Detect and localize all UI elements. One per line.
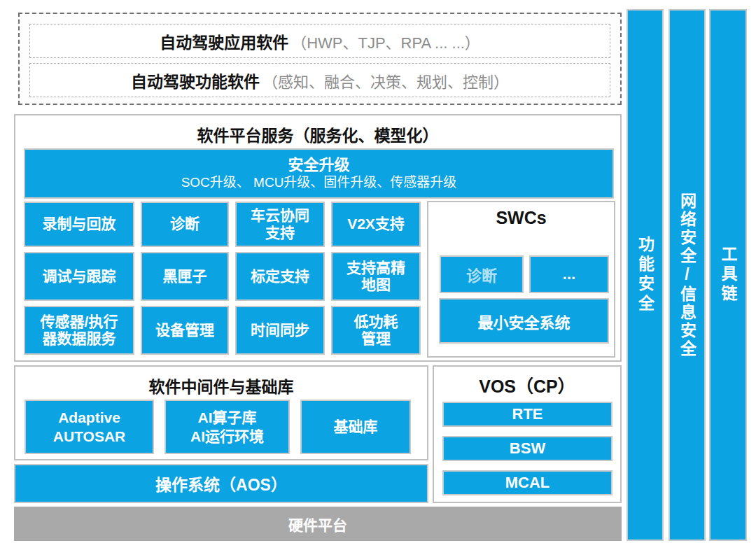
security-upgrade-title: 安全升级 [288, 155, 349, 175]
swcs-title: SWCs [428, 208, 614, 228]
platform-services-title: 软件平台服务（服务化、模型化） [15, 122, 620, 146]
architecture-diagram: 自动驾驶应用软件 （HWP、TJP、RPA ... ...） 自动驾驶功能软件 … [0, 0, 756, 550]
service-calibration: 标定支持 [235, 252, 325, 301]
pillar-network-information-security: 网络安全/信息安全 [668, 9, 706, 541]
service-debug-trace: 调试与跟踪 [24, 252, 134, 301]
platform-services-box: 软件平台服务（服务化、模型化） 安全升级 SOC升级、 MCU升级、固件升级、传… [14, 114, 622, 362]
service-black-box: 黑匣子 [141, 252, 229, 301]
ai-operator-runtime-box: AI算子库 AI运行环境 [164, 400, 290, 454]
function-software-subtitle: （感知、融合、决策、规划、控制） [262, 69, 509, 92]
app-software-title: 自动驾驶应用软件 [160, 29, 288, 53]
vos-mcal-layer: MCAL [442, 470, 612, 495]
service-diagnosis: 诊断 [141, 202, 229, 247]
security-upgrade-subtitle: SOC升级、 MCU升级、固件升级、传感器升级 [181, 174, 457, 192]
service-time-sync: 时间同步 [235, 306, 325, 355]
swcs-diagnosis-label: 诊断 [466, 263, 497, 285]
pillar-toolchain: 工具链 [709, 9, 747, 541]
adaptive-autosar-box: Adaptive AUTOSAR [24, 400, 154, 454]
swcs-diagnosis-chip: 诊断 [440, 255, 524, 293]
function-software-row: 自动驾驶功能软件 （感知、融合、决策、规划、控制） [29, 63, 610, 97]
middleware-title: 软件中间件与基础库 [15, 374, 427, 397]
autonomous-driving-app-layer: 自动驾驶应用软件 （HWP、TJP、RPA ... ...） 自动驾驶功能软件 … [18, 13, 622, 105]
service-hd-map-support: 支持高精 地图 [331, 252, 421, 301]
middleware-box: 软件中间件与基础库 Adaptive AUTOSAR AI算子库 AI运行环境 … [14, 365, 428, 460]
swcs-box: SWCs 诊断 ... 最小安全系统 [427, 201, 615, 358]
vos-rte-layer: RTE [442, 402, 612, 427]
base-library-box: 基础库 [300, 400, 411, 454]
security-upgrade-banner: 安全升级 SOC升级、 MCU升级、固件升级、传感器升级 [24, 148, 614, 199]
vos-cp-title: VOS（CP） [434, 372, 620, 397]
service-device-management: 设备管理 [141, 306, 229, 355]
app-software-subtitle: （HWP、TJP、RPA ... ...） [291, 30, 480, 52]
function-software-title: 自动驾驶功能软件 [131, 69, 260, 92]
vos-cp-box: VOS（CP） RTE BSW MCAL [433, 365, 622, 503]
app-software-row: 自动驾驶应用软件 （HWP、TJP、RPA ... ...） [29, 24, 610, 58]
swcs-more-chip: ... [529, 255, 609, 293]
service-record-replay: 录制与回放 [24, 202, 134, 247]
service-sensor-actuator-data: 传感器/执行 器数据服务 [24, 306, 134, 355]
vos-bsw-layer: BSW [442, 436, 612, 461]
pillar-functional-safety: 功能安全 [626, 9, 664, 541]
hardware-platform-bar: 硬件平台 [14, 507, 622, 541]
service-vehicle-cloud: 车云协同 支持 [235, 202, 325, 247]
service-v2x-support: V2X支持 [331, 202, 421, 247]
swcs-minimal-safety-system: 最小安全系统 [439, 298, 609, 344]
service-low-power-management: 低功耗 管理 [331, 306, 421, 355]
os-aos-bar: 操作系统（AOS） [14, 464, 428, 503]
services-grid: 录制与回放 诊断 车云协同 支持 V2X支持 调试与跟踪 黑匣子 标定支持 支持… [24, 202, 421, 355]
